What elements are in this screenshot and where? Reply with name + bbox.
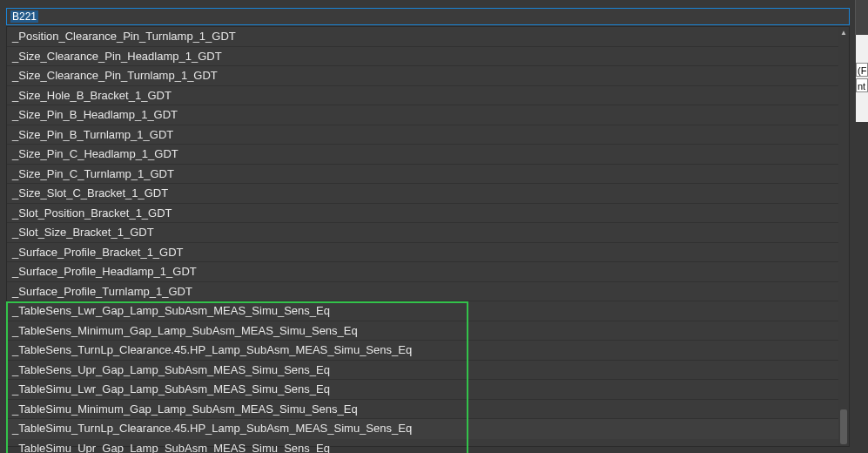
list-item[interactable]: _TableSens_Minimum_Gap_Lamp_SubAsm_MEAS_… xyxy=(7,321,838,341)
dropdown-group-2: _TableSens_Lwr_Gap_Lamp_SubAsm_MEAS_Simu… xyxy=(7,301,838,453)
search-input-value: B221 xyxy=(10,10,38,23)
dropdown-group-1: _Position_Clearance_Pin_Turnlamp_1_GDT_S… xyxy=(7,27,838,301)
list-item[interactable]: _TableSimu_Lwr_Gap_Lamp_SubAsm_MEAS_Simu… xyxy=(7,380,838,400)
list-item[interactable]: _TableSimu_Upr_Gap_Lamp_SubAsm_MEAS_Simu… xyxy=(7,439,838,454)
dropdown-scrollbar[interactable]: ▲ xyxy=(838,27,849,446)
dropdown-list: _Position_Clearance_Pin_Turnlamp_1_GDT_S… xyxy=(7,27,838,446)
list-item[interactable]: _TableSens_Lwr_Gap_Lamp_SubAsm_MEAS_Simu… xyxy=(7,301,838,321)
list-item[interactable]: _Slot_Position_Bracket_1_GDT xyxy=(7,204,838,224)
scrollbar-thumb[interactable] xyxy=(840,409,847,444)
scroll-up-arrow-icon[interactable]: ▲ xyxy=(838,27,849,37)
list-item[interactable]: _Surface_Profile_Headlamp_1_GDT xyxy=(7,262,838,282)
list-item[interactable]: _Size_Clearance_Pin_Headlamp_1_GDT xyxy=(7,47,838,67)
list-item[interactable]: _Size_Pin_C_Turnlamp_1_GDT xyxy=(7,165,838,185)
list-item[interactable]: _TableSimu_Minimum_Gap_Lamp_SubAsm_MEAS_… xyxy=(7,400,838,420)
list-item[interactable]: _Surface_Profile_Bracket_1_GDT xyxy=(7,243,838,263)
list-item[interactable]: _Size_Pin_B_Headlamp_1_GDT xyxy=(7,105,838,125)
dropdown-group-2-wrap: _TableSens_Lwr_Gap_Lamp_SubAsm_MEAS_Simu… xyxy=(7,301,838,453)
list-item[interactable]: _TableSens_Upr_Gap_Lamp_SubAsm_MEAS_Simu… xyxy=(7,361,838,381)
list-item[interactable]: _Surface_Profile_Turnlamp_1_GDT xyxy=(7,282,838,302)
list-item[interactable]: _Size_Pin_B_Turnlamp_1_GDT xyxy=(7,125,838,145)
list-item[interactable]: _Size_Clearance_Pin_Turnlamp_1_GDT xyxy=(7,66,838,86)
list-item[interactable]: _Size_Pin_C_Headlamp_1_GDT xyxy=(7,145,838,165)
list-item[interactable]: _Size_Slot_C_Bracket_1_GDT xyxy=(7,184,838,204)
list-item[interactable]: _Size_Hole_B_Bracket_1_GDT xyxy=(7,86,838,106)
list-item[interactable]: _Slot_Size_Bracket_1_GDT xyxy=(7,223,838,243)
list-item[interactable]: _TableSens_TurnLp_Clearance.45.HP_Lamp_S… xyxy=(7,341,838,361)
right-panel-fragment-text-1: (Fe xyxy=(856,63,868,77)
list-item[interactable]: _Position_Clearance_Pin_Turnlamp_1_GDT xyxy=(7,27,838,47)
search-input[interactable]: B221 xyxy=(6,8,850,25)
list-item[interactable]: _TableSimu_TurnLp_Clearance.45.HP_Lamp_S… xyxy=(7,419,838,439)
app-stage: (Fe nt B221 _Position_Clearance_Pin_Turn… xyxy=(0,0,868,453)
right-panel-fragment-text-2: nt xyxy=(856,78,868,92)
autocomplete-dropdown: _Position_Clearance_Pin_Turnlamp_1_GDT_S… xyxy=(6,26,850,447)
right-panel-fragment-top xyxy=(855,0,868,35)
